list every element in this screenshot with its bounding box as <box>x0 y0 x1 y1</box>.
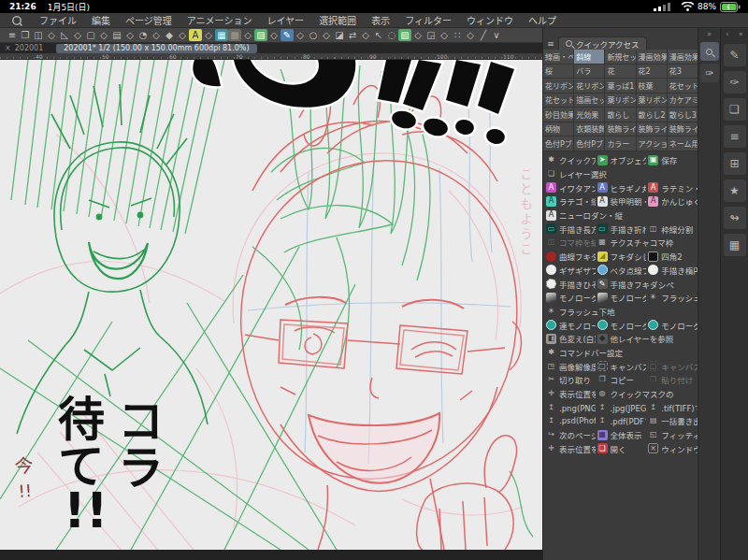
set-tab[interactable]: 花2 <box>637 65 668 79</box>
duplicate-icon[interactable]: ◲ <box>424 29 438 41</box>
spinner-icon[interactable]: ◇ <box>97 29 110 41</box>
quick-access-item[interactable]: ↥ .psd(Photoshop <box>544 414 596 428</box>
quick-access-item[interactable]: A かんじゅく・縦 <box>646 194 698 208</box>
texture-icon[interactable]: ▩ <box>228 29 241 41</box>
set-tab[interactable]: 散らし2 <box>637 108 668 122</box>
spinner-icon[interactable]: ◇ <box>202 29 215 41</box>
canvas-area[interactable]: こともようこ コラ 待て !! 今 <box>0 60 542 550</box>
set-tab[interactable]: 砂目効果 <box>543 108 574 122</box>
quick-access-item[interactable]: 手描き楕円フキダ <box>646 264 698 278</box>
quick-access-item[interactable]: 四角2 <box>646 250 698 264</box>
collapse-arrows-icon[interactable]: » <box>707 30 712 38</box>
spinner-icon[interactable]: ◇ <box>267 29 280 41</box>
quick-access-item[interactable]: ↥ .png(PNG)で書き <box>544 400 596 414</box>
material-palette-icon[interactable]: ★ <box>724 179 746 202</box>
collapse-icon[interactable]: ∨ <box>490 29 503 41</box>
active-document-tab[interactable]: 202001* 1/2 (150.00 x 150.00mm 600dpi 81… <box>56 44 256 53</box>
document-tab[interactable]: 202001 <box>15 44 44 52</box>
quick-access-item[interactable]: ❒ 貼り付け <box>646 373 698 387</box>
quick-access-item[interactable]: ▦ テクスチャコマ枠 <box>596 236 698 250</box>
quick-access-palette-icon[interactable] <box>700 42 719 61</box>
set-tab[interactable]: カラー <box>605 136 636 151</box>
quick-access-item[interactable]: ギザギザフキダシ <box>544 264 596 278</box>
set-tab[interactable]: 新規セット <box>605 50 636 65</box>
select-tool-icon[interactable]: ◺ <box>58 29 71 41</box>
layer-green-icon[interactable]: ▧ <box>398 29 411 41</box>
quick-access-item[interactable]: ▢ キャンバスサイズ <box>646 359 698 373</box>
set-tab[interactable]: 色付Pブラシ <box>543 136 574 151</box>
set-tab[interactable]: 花 <box>605 65 636 79</box>
spinner-icon[interactable]: ◇ <box>150 29 163 41</box>
dots-icon[interactable]: ∷ <box>451 29 464 41</box>
quick-access-item[interactable]: ▭ 手描き折れ線コマ <box>596 222 647 236</box>
quick-access-item[interactable]: A ニューロダン・縦 <box>544 208 698 223</box>
quick-access-item[interactable]: ↥ .jpg(JPEG)で書き <box>596 400 647 414</box>
quick-access-item[interactable]: モノローグトーン <box>646 318 698 332</box>
quick-access-item[interactable]: モノローグ下地※ <box>596 291 647 305</box>
set-tab[interactable]: 葉リボン <box>605 93 636 108</box>
quick-access-item[interactable]: ➤ オブジェクト3 <box>596 153 647 167</box>
collapse-left-icon[interactable]: ‹ <box>726 30 728 38</box>
quick-access-item[interactable]: ▭ 手描き長方形コマ <box>544 222 596 236</box>
set-tab[interactable]: 花リボン <box>543 79 574 93</box>
quick-access-item[interactable]: ↥ .pdf(PDFフォー <box>596 414 647 428</box>
quick-access-item[interactable]: ❐ コピー <box>596 373 647 387</box>
quick-access-item[interactable]: × ウィンドウを閉じ <box>646 441 698 455</box>
pen-icon[interactable]: ✎ <box>280 29 294 41</box>
quick-access-item[interactable]: ✱ クイックアクセス <box>544 153 596 167</box>
quick-access-item[interactable]: A ラテミン・縦 <box>646 180 698 194</box>
set-tab[interactable]: バラ <box>574 65 605 79</box>
spinner-icon[interactable]: ◇ <box>123 29 137 41</box>
set-tab[interactable]: 装飾ライン2 <box>637 122 668 137</box>
quick-access-item[interactable]: モノローグ下地用 <box>544 291 596 305</box>
set-tab[interactable]: 描画セット <box>574 93 605 108</box>
quick-access-item[interactable]: A イワタアンチック <box>544 180 596 194</box>
spinner-icon[interactable]: ◇ <box>411 29 424 41</box>
spinner-icon[interactable]: ◇ <box>438 29 451 41</box>
spinner-icon[interactable]: ◇ <box>71 29 84 41</box>
quick-access-item[interactable]: ❏ レイヤー選択 <box>544 167 698 181</box>
quick-access-item[interactable]: ✎ 手描きフキダシペ <box>596 277 698 291</box>
flip-icon[interactable]: ⇄ <box>346 29 359 41</box>
collapse-right-icon[interactable]: » <box>739 30 743 38</box>
menu-item[interactable]: ファイル <box>32 16 84 26</box>
quick-access-item[interactable]: ◫ 枠線分割 <box>646 222 698 236</box>
quick-access-item[interactable]: ▦ 全体表示 <box>596 428 647 442</box>
quick-access-item[interactable]: ↪ 次のページへ <box>544 428 596 442</box>
quick-access-item[interactable]: ◍ クイックマスクの <box>596 387 698 401</box>
set-tab[interactable]: 漫画効果2 <box>668 50 698 65</box>
set-tab[interactable]: ネーム用 <box>668 136 698 151</box>
quick-access-item[interactable]: ✛ 表示位置をリセッ <box>544 387 596 401</box>
subtool-detail-palette-icon[interactable]: ✑ <box>700 64 719 82</box>
set-tab[interactable]: 葉っぱ1 <box>605 79 636 93</box>
layers-palette-icon[interactable]: ≡ <box>724 125 746 148</box>
quick-access-item[interactable]: 曲線フキダシ2 <box>544 250 596 264</box>
menu-item[interactable]: ページ管理 <box>118 16 180 26</box>
set-tab[interactable]: 斜線 <box>574 50 605 65</box>
subtool-palette-icon[interactable]: ✑ <box>724 71 746 93</box>
spinner-icon[interactable]: ◇ <box>176 29 189 41</box>
set-tab[interactable]: 花セット2 <box>543 93 574 108</box>
spinner-icon[interactable]: ◇ <box>45 29 58 41</box>
quick-access-item[interactable]: 連モノローグフラ <box>544 318 596 332</box>
set-tab[interactable]: 衣類装飾 <box>574 122 605 137</box>
gradient-icon[interactable]: ◪ <box>333 29 346 41</box>
set-tab[interactable]: 柄物 <box>543 122 574 137</box>
set-tab[interactable]: 葉リボン2 <box>637 93 668 108</box>
quick-access-item[interactable]: 手描きひそひそフ <box>544 277 596 291</box>
quick-access-item[interactable]: ◢ フキダシしっぽ2 <box>596 250 647 264</box>
transform-icon[interactable]: ▢ <box>84 29 97 41</box>
menu-item[interactable]: ヘルプ <box>521 16 564 26</box>
brush-stroke-icon[interactable]: ╱ <box>477 29 490 41</box>
quick-access-item[interactable]: ✳ フラッシュ下地 <box>544 305 698 319</box>
set-tab[interactable]: 漫画効果 <box>637 50 668 65</box>
menu-icon[interactable]: ≡ <box>6 29 19 41</box>
menu-item[interactable]: フィルター <box>397 16 459 26</box>
spinner-icon[interactable]: ◇ <box>294 29 307 41</box>
quick-access-item[interactable]: ◆ 他レイヤーを参照 <box>596 332 698 346</box>
menu-item[interactable]: ウィンドウ <box>459 16 521 26</box>
quick-access-item[interactable]: ▤ 一括書き出し <box>646 414 698 428</box>
quick-access-item[interactable]: ✱ コマンドバー設定 <box>544 346 698 360</box>
set-tab[interactable]: 線画・ベタ <box>543 50 574 65</box>
quick-access-item[interactable]: ベタ点線フキダシ <box>596 264 647 278</box>
